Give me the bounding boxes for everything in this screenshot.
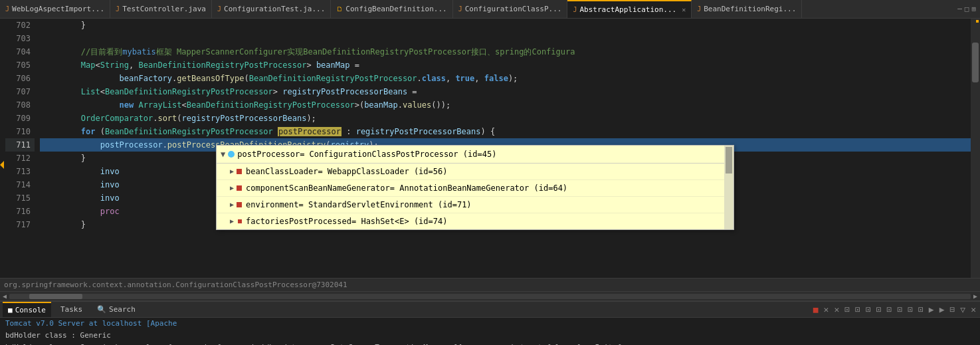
dropdown-icon[interactable]: ▽ bbox=[959, 304, 967, 315]
popup-row-1: ▶ beanClassLoader= WebappClassLoader (id… bbox=[217, 164, 734, 180]
wrap-icon[interactable]: ⊡ bbox=[875, 304, 883, 315]
overflow-icon[interactable]: ⊞ bbox=[971, 5, 976, 13]
popup-row4-text: factoriesPostProcessed= HashSet<E> (id=7… bbox=[246, 215, 447, 228]
vscroll-thumb[interactable] bbox=[972, 43, 979, 82]
console-text-area[interactable]: Tomcat v7.0 Server at localhost [Apache … bbox=[0, 318, 980, 345]
line-num-708: 708 bbox=[5, 98, 35, 112]
tab-bar-right-controls: ─ □ ⊞ bbox=[953, 0, 980, 18]
vertical-scrollbar[interactable] bbox=[971, 19, 980, 278]
minimize-icon[interactable]: ─ bbox=[957, 5, 962, 13]
java-icon: J bbox=[5, 5, 9, 13]
tab-configbeandefinition[interactable]: 🗋 ConfigBeanDefinition... bbox=[331, 0, 452, 18]
code-line-710: for (BeanDefinitionRegistryPostProcessor… bbox=[40, 125, 971, 138]
console-content: Tomcat v7.0 Server at localhost [Apache … bbox=[0, 318, 980, 345]
popup-row2-text: componentScanBeanNameGenerator= Annotati… bbox=[246, 181, 567, 195]
close-console-icon[interactable]: ✕ bbox=[969, 304, 977, 315]
console-tab-tasks[interactable]: Tasks bbox=[55, 302, 88, 317]
hscroll-left-arrow[interactable]: ◀ bbox=[1, 292, 8, 300]
code-line-705: Map<String, BeanDefinitionRegistryPostPr… bbox=[40, 58, 971, 72]
tab-label: ConfigurationClassP... bbox=[465, 5, 562, 13]
line-num-717: 717 bbox=[5, 218, 35, 231]
console-tab-label: Console bbox=[15, 306, 46, 314]
tab-bar: J WebLogAspectImport... J TestController… bbox=[0, 0, 980, 19]
popup-row1-expand[interactable]: ▶ bbox=[230, 165, 234, 178]
hscroll-right-arrow[interactable]: ▶ bbox=[972, 292, 979, 300]
popup-row3-text: environment= StandardServletEnvironment … bbox=[246, 198, 472, 211]
tab-configurationclassp[interactable]: J ConfigurationClassP... bbox=[453, 0, 568, 18]
popup-row-4: ▶ factoriesPostProcessed= HashSet<E> (id… bbox=[217, 213, 734, 229]
line-num-707: 707 bbox=[5, 85, 35, 98]
console-toolbar: ■ ✕ ✕ ⊡ ⊡ ⊡ ⊡ ⊡ ⊡ ⊡ ⊡ ▶ ▶ ⊟ ▽ ✕ bbox=[812, 304, 977, 315]
terminate-icon[interactable]: ✕ bbox=[823, 304, 831, 315]
clear-icon[interactable]: ✕ bbox=[833, 304, 840, 315]
code-line-707: List<BeanDefinitionRegistryPostProcessor… bbox=[40, 85, 971, 98]
code-line-703 bbox=[40, 32, 971, 45]
popup-expand-icon[interactable]: ▼ bbox=[221, 148, 225, 161]
console-tab-search[interactable]: 🔍 Search bbox=[92, 302, 141, 317]
tab-configurationtest[interactable]: J ConfigurationTest.ja... bbox=[212, 0, 331, 18]
code-line-706: beanFactory.getBeansOfType(BeanDefinitio… bbox=[40, 72, 971, 85]
line-num-710: 710 bbox=[5, 125, 35, 138]
tab-abstractapplication[interactable]: J AbstractApplication... ✕ bbox=[567, 0, 692, 18]
popup-row1-text: beanClassLoader= WebappClassLoader (id=5… bbox=[246, 165, 447, 178]
scroll-lock-icon[interactable]: ⊡ bbox=[886, 304, 894, 315]
console-tasks-label: Tasks bbox=[60, 305, 82, 314]
hscroll-thumb[interactable] bbox=[29, 294, 82, 299]
tab-testcontroller[interactable]: J TestController.java bbox=[110, 0, 212, 18]
popup-row3-expand[interactable]: ▶ bbox=[230, 198, 234, 211]
console-search-label: Search bbox=[109, 305, 136, 314]
console-line2-text: bdHolder class : Generic bbox=[5, 331, 111, 340]
console-tab-bar: ■ Console Tasks 🔍 Search ■ ✕ ✕ ⊡ ⊡ ⊡ ⊡ ⊡… bbox=[0, 302, 980, 318]
line-num-704: 704 bbox=[5, 45, 35, 58]
console-tab-console[interactable]: ■ Console bbox=[3, 302, 51, 317]
minus-icon[interactable]: ⊟ bbox=[949, 304, 957, 315]
tab-label: ConfigurationTest.ja... bbox=[224, 5, 325, 13]
filter-icon[interactable]: ⊡ bbox=[864, 304, 872, 315]
pin-icon[interactable]: ⊡ bbox=[854, 304, 862, 315]
console-tab-icon: ■ bbox=[8, 306, 13, 314]
code-editor[interactable]: } //目前看到mybatis框架 MapperScannerConfigure… bbox=[40, 19, 971, 278]
tab-label: TestController.java bbox=[122, 5, 206, 13]
tab-beandefinitionregi[interactable]: J BeanDefinitionRegi... bbox=[692, 0, 802, 18]
code-line-702: } bbox=[40, 19, 971, 32]
maximize-icon[interactable]: □ bbox=[965, 5, 969, 13]
line-num-713: 713 bbox=[5, 165, 35, 178]
copy-icon[interactable]: ⊡ bbox=[906, 304, 914, 315]
tab-close-icon[interactable]: ✕ bbox=[682, 6, 686, 13]
expand-icon[interactable]: ▶ bbox=[938, 304, 946, 315]
popup-row-3: ▶ environment= StandardServletEnvironmen… bbox=[217, 197, 734, 213]
popup-row2-expand[interactable]: ▶ bbox=[230, 181, 234, 195]
status-text: org.springframework.context.annotation.C… bbox=[4, 281, 347, 289]
java-icon: J bbox=[697, 5, 701, 13]
stop-icon[interactable]: ■ bbox=[812, 304, 820, 315]
display-icon[interactable]: ⊡ bbox=[843, 304, 851, 315]
line-num-716: 716 bbox=[5, 205, 35, 218]
java-icon: J bbox=[116, 5, 120, 13]
collapse-icon[interactable]: ▶ bbox=[928, 304, 935, 315]
java-icon: J bbox=[573, 6, 577, 13]
hscroll-track[interactable] bbox=[9, 294, 971, 299]
line-num-702: 702 bbox=[5, 19, 35, 32]
tab-label: BeanDefinitionRegi... bbox=[704, 5, 796, 13]
console-area: ■ Console Tasks 🔍 Search ■ ✕ ✕ ⊡ ⊡ ⊡ ⊡ ⊡… bbox=[0, 300, 980, 345]
popup-header: ▼ postProcessor= ConfigurationClassPostP… bbox=[217, 146, 734, 164]
java-icon: J bbox=[458, 5, 462, 13]
view-icon[interactable]: ⊡ bbox=[917, 304, 925, 315]
line-num-712: 712 bbox=[5, 152, 35, 165]
line-num-706: 706 bbox=[5, 72, 35, 85]
popup-row-2: ▶ componentScanBeanNameGenerator= Annota… bbox=[217, 180, 734, 197]
popup-row4-expand[interactable]: ▶ bbox=[230, 215, 234, 228]
link-icon[interactable]: ⊡ bbox=[896, 304, 904, 315]
editor-hscroll[interactable]: ◀ ▶ bbox=[0, 291, 980, 300]
popup-scrollbar[interactable] bbox=[724, 146, 734, 229]
tab-weblogaspect[interactable]: J WebLogAspectImport... bbox=[0, 0, 110, 18]
popup-row1-icon bbox=[237, 169, 242, 174]
tab-label: ConfigBeanDefinition... bbox=[345, 5, 446, 13]
popup-header-text: postProcessor= ConfigurationClassPostPro… bbox=[237, 148, 496, 161]
line-num-714: 714 bbox=[5, 178, 35, 191]
popup-row4-icon bbox=[238, 219, 242, 223]
code-line-709: OrderComparator.sort(registryPostProcess… bbox=[40, 112, 971, 125]
tab-label: WebLogAspectImport... bbox=[12, 5, 104, 13]
code-line-704: //目前看到mybatis框架 MapperScannerConfigurer实… bbox=[40, 45, 971, 58]
line-num-715: 715 bbox=[5, 191, 35, 205]
